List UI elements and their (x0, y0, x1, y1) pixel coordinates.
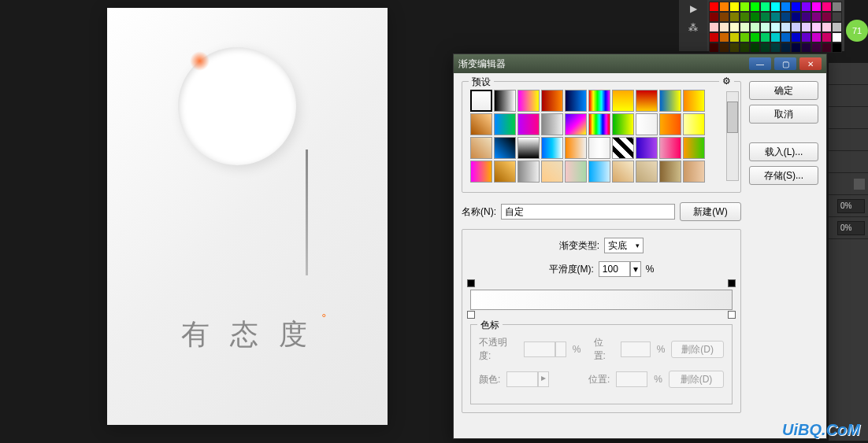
swatch[interactable] (729, 32, 740, 42)
swatch[interactable] (781, 22, 791, 32)
gradient-preset[interactable] (683, 90, 705, 112)
gradient-preset[interactable] (659, 90, 681, 112)
name-input[interactable] (501, 204, 675, 220)
swatch[interactable] (760, 12, 770, 22)
swatch[interactable] (750, 32, 760, 42)
swatch[interactable] (740, 12, 750, 22)
swatch[interactable] (709, 22, 719, 32)
gradient-preset[interactable] (612, 90, 634, 112)
gradient-preset[interactable] (612, 137, 634, 159)
preset-grid[interactable] (470, 90, 723, 184)
swatch[interactable] (801, 42, 811, 53)
swatch[interactable] (811, 22, 822, 32)
minimize-button[interactable]: — (749, 57, 771, 70)
gradient-preset[interactable] (659, 113, 681, 135)
type-select[interactable]: 实底 (604, 238, 644, 253)
color-stop-left[interactable] (467, 311, 475, 320)
swatch[interactable] (719, 12, 729, 22)
gradient-preset[interactable] (588, 137, 610, 159)
swatch[interactable] (740, 22, 750, 32)
swatch[interactable] (801, 2, 811, 12)
swatch[interactable] (791, 2, 801, 12)
cancel-button[interactable]: 取消 (749, 105, 818, 124)
gradient-preset[interactable] (470, 113, 492, 135)
swatch[interactable] (740, 2, 750, 12)
swatch[interactable] (750, 2, 760, 12)
opacity-field-1[interactable]: 0% (837, 199, 865, 213)
swatch[interactable] (750, 12, 760, 22)
gradient-preset[interactable] (636, 161, 658, 183)
gradient-preset[interactable] (612, 113, 634, 135)
gradient-preset[interactable] (588, 161, 610, 183)
swatch[interactable] (832, 32, 842, 42)
swatch[interactable] (760, 2, 770, 12)
swatch[interactable] (832, 2, 842, 12)
swatch[interactable] (811, 32, 822, 42)
gradient-preset[interactable] (588, 90, 610, 112)
gradient-preset[interactable] (659, 161, 681, 183)
swatch-grid[interactable] (707, 0, 844, 51)
gradient-preset[interactable] (494, 137, 516, 159)
swatch[interactable] (770, 42, 781, 53)
opacity-stop-left[interactable] (467, 279, 475, 289)
swatch[interactable] (719, 22, 729, 32)
gradient-preset[interactable] (517, 90, 540, 112)
swatch[interactable] (770, 22, 781, 32)
swatch[interactable] (822, 22, 832, 32)
brush-icon[interactable]: ⁂ (688, 22, 698, 33)
swatch[interactable] (801, 32, 811, 42)
gradient-preset[interactable] (470, 90, 492, 112)
swatch[interactable] (781, 42, 791, 53)
dialog-titlebar[interactable]: 渐变编辑器 — ▢ ✕ (454, 54, 826, 73)
load-button[interactable]: 载入(L)... (749, 142, 818, 161)
swatch[interactable] (781, 32, 791, 42)
gear-icon[interactable]: ⚙ (719, 76, 734, 87)
swatch[interactable] (719, 32, 729, 42)
gradient-preset[interactable] (541, 137, 563, 159)
gradient-preset[interactable] (565, 113, 587, 135)
ok-button[interactable]: 确定 (749, 81, 818, 100)
swatch[interactable] (791, 12, 801, 22)
gradient-preset[interactable] (683, 161, 705, 183)
swatch[interactable] (822, 42, 832, 53)
swatch[interactable] (801, 22, 811, 32)
swatch[interactable] (791, 32, 801, 42)
opacity-stop-right[interactable] (728, 279, 736, 289)
swatch[interactable] (801, 12, 811, 22)
swatch[interactable] (760, 42, 770, 53)
swatch[interactable] (832, 42, 842, 53)
swatch[interactable] (791, 22, 801, 32)
swatch[interactable] (709, 2, 719, 12)
swatch[interactable] (750, 42, 760, 53)
swatch[interactable] (791, 42, 801, 53)
swatch[interactable] (709, 32, 719, 42)
gradient-preset[interactable] (612, 161, 634, 183)
preset-scrollbar[interactable] (726, 91, 739, 181)
gradient-preset[interactable] (494, 161, 516, 183)
swatch[interactable] (770, 12, 781, 22)
swatch[interactable] (770, 2, 781, 12)
gradient-preset[interactable] (494, 90, 516, 112)
smoothness-dropdown[interactable]: ▾ (630, 261, 641, 277)
save-button[interactable]: 存储(S)... (749, 166, 818, 185)
gradient-bar[interactable] (470, 290, 733, 310)
swatch[interactable] (760, 32, 770, 42)
swatch[interactable] (832, 22, 842, 32)
gradient-preset[interactable] (494, 113, 516, 135)
gradient-preset[interactable] (636, 113, 658, 135)
gradient-preset[interactable] (683, 113, 705, 135)
gradient-preset[interactable] (541, 113, 563, 135)
gradient-preset[interactable] (470, 161, 492, 183)
gradient-preset[interactable] (565, 137, 587, 159)
new-button[interactable]: 新建(W) (680, 202, 741, 221)
swatch[interactable] (729, 2, 740, 12)
smoothness-input[interactable]: 100 (599, 261, 630, 277)
swatch[interactable] (719, 42, 729, 53)
gradient-preset[interactable] (517, 113, 540, 135)
gradient-preset[interactable] (683, 137, 705, 159)
maximize-button[interactable]: ▢ (774, 57, 796, 70)
gradient-preset[interactable] (470, 137, 492, 159)
swatch[interactable] (729, 22, 740, 32)
swatch[interactable] (781, 12, 791, 22)
gradient-preset[interactable] (517, 161, 540, 183)
